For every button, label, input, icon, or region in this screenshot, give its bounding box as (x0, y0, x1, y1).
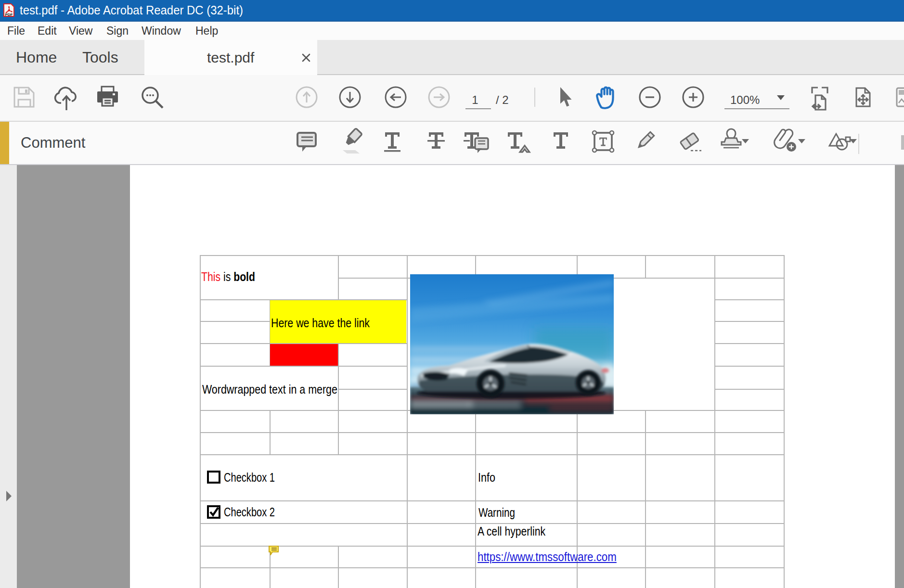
svg-text:1: 1 (472, 93, 478, 106)
svg-text:PDF: PDF (5, 13, 13, 17)
svg-text:100%: 100% (730, 93, 760, 106)
svg-text:/ 2: / 2 (496, 93, 509, 106)
